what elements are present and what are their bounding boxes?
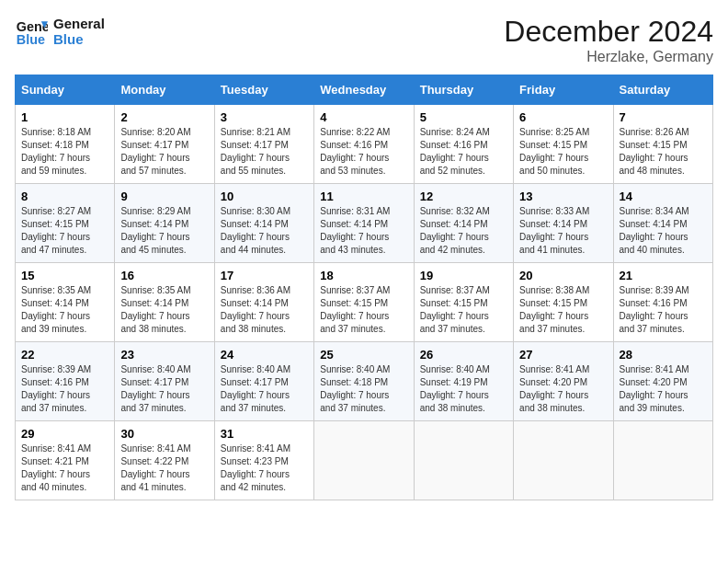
day-number: 29: [21, 427, 108, 441]
day-cell: 16 Sunrise: 8:35 AM Sunset: 4:14 PM Dayl…: [115, 263, 214, 342]
day-number: 6: [519, 110, 607, 124]
day-number: 18: [320, 269, 407, 282]
day-info: Sunrise: 8:21 AM Sunset: 4:17 PM Dayligh…: [221, 126, 308, 178]
day-info: Sunrise: 8:20 AM Sunset: 4:17 PM Dayligh…: [120, 126, 208, 178]
week-row-1: 1 Sunrise: 8:18 AM Sunset: 4:18 PM Dayli…: [16, 105, 713, 184]
col-header-friday: Friday: [514, 75, 613, 105]
day-cell: 25 Sunrise: 8:40 AM Sunset: 4:18 PM Dayl…: [314, 342, 414, 421]
day-info: Sunrise: 8:41 AM Sunset: 4:23 PM Dayligh…: [221, 442, 308, 494]
day-number: 26: [420, 348, 507, 362]
day-number: 20: [519, 269, 607, 282]
day-info: Sunrise: 8:26 AM Sunset: 4:15 PM Dayligh…: [620, 126, 707, 178]
day-info: Sunrise: 8:24 AM Sunset: 4:16 PM Dayligh…: [420, 126, 507, 178]
day-info: Sunrise: 8:39 AM Sunset: 4:16 PM Dayligh…: [620, 284, 707, 336]
day-cell: 15 Sunrise: 8:35 AM Sunset: 4:14 PM Dayl…: [16, 263, 115, 342]
day-number: 9: [120, 190, 208, 203]
col-header-saturday: Saturday: [613, 75, 712, 105]
day-cell: 23 Sunrise: 8:40 AM Sunset: 4:17 PM Dayl…: [115, 342, 214, 421]
day-number: 8: [21, 190, 108, 203]
day-cell: 27 Sunrise: 8:41 AM Sunset: 4:20 PM Dayl…: [514, 342, 613, 421]
day-cell: [613, 421, 712, 500]
day-cell: 7 Sunrise: 8:26 AM Sunset: 4:15 PM Dayli…: [613, 105, 712, 184]
day-number: 28: [620, 348, 707, 362]
day-number: 24: [221, 348, 308, 362]
day-number: 19: [420, 269, 507, 282]
day-info: Sunrise: 8:37 AM Sunset: 4:15 PM Dayligh…: [420, 284, 507, 336]
day-number: 17: [221, 269, 308, 282]
day-info: Sunrise: 8:18 AM Sunset: 4:18 PM Dayligh…: [21, 126, 108, 178]
col-header-tuesday: Tuesday: [214, 75, 313, 105]
day-cell: 6 Sunrise: 8:25 AM Sunset: 4:15 PM Dayli…: [514, 105, 613, 184]
day-number: 31: [221, 427, 308, 441]
day-info: Sunrise: 8:41 AM Sunset: 4:20 PM Dayligh…: [620, 363, 707, 415]
week-row-3: 15 Sunrise: 8:35 AM Sunset: 4:14 PM Dayl…: [16, 263, 713, 342]
day-number: 30: [120, 427, 208, 441]
day-info: Sunrise: 8:34 AM Sunset: 4:14 PM Dayligh…: [620, 205, 707, 257]
week-row-4: 22 Sunrise: 8:39 AM Sunset: 4:16 PM Dayl…: [16, 342, 713, 421]
day-info: Sunrise: 8:30 AM Sunset: 4:14 PM Dayligh…: [221, 205, 308, 257]
day-info: Sunrise: 8:41 AM Sunset: 4:21 PM Dayligh…: [21, 442, 108, 494]
day-info: Sunrise: 8:41 AM Sunset: 4:20 PM Dayligh…: [519, 363, 607, 415]
day-cell: 9 Sunrise: 8:29 AM Sunset: 4:14 PM Dayli…: [115, 184, 214, 263]
day-number: 2: [120, 110, 208, 124]
day-cell: 20 Sunrise: 8:38 AM Sunset: 4:15 PM Dayl…: [514, 263, 613, 342]
month-title: December 2024: [504, 15, 713, 49]
day-number: 13: [519, 190, 607, 203]
day-cell: 3 Sunrise: 8:21 AM Sunset: 4:17 PM Dayli…: [214, 105, 313, 184]
day-info: Sunrise: 8:25 AM Sunset: 4:15 PM Dayligh…: [519, 126, 607, 178]
day-cell: [314, 421, 414, 500]
day-cell: 30 Sunrise: 8:41 AM Sunset: 4:22 PM Dayl…: [115, 421, 214, 500]
location-title: Herzlake, Germany: [504, 49, 713, 65]
day-number: 1: [21, 110, 108, 124]
day-number: 23: [120, 348, 208, 362]
day-cell: 1 Sunrise: 8:18 AM Sunset: 4:18 PM Dayli…: [16, 105, 115, 184]
day-info: Sunrise: 8:22 AM Sunset: 4:16 PM Dayligh…: [320, 126, 407, 178]
day-cell: 24 Sunrise: 8:40 AM Sunset: 4:17 PM Dayl…: [214, 342, 313, 421]
day-cell: 11 Sunrise: 8:31 AM Sunset: 4:14 PM Dayl…: [314, 184, 414, 263]
day-number: 5: [420, 110, 507, 124]
day-cell: 21 Sunrise: 8:39 AM Sunset: 4:16 PM Dayl…: [613, 263, 712, 342]
day-number: 12: [420, 190, 507, 203]
day-number: 7: [620, 110, 707, 124]
day-cell: 19 Sunrise: 8:37 AM Sunset: 4:15 PM Dayl…: [414, 263, 513, 342]
day-cell: 26 Sunrise: 8:40 AM Sunset: 4:19 PM Dayl…: [414, 342, 513, 421]
day-cell: 17 Sunrise: 8:36 AM Sunset: 4:14 PM Dayl…: [214, 263, 313, 342]
calendar-table: SundayMondayTuesdayWednesdayThursdayFrid…: [15, 75, 713, 500]
day-info: Sunrise: 8:39 AM Sunset: 4:16 PM Dayligh…: [21, 363, 108, 415]
day-number: 14: [620, 190, 707, 203]
day-info: Sunrise: 8:32 AM Sunset: 4:14 PM Dayligh…: [420, 205, 507, 257]
day-number: 10: [221, 190, 308, 203]
day-cell: 2 Sunrise: 8:20 AM Sunset: 4:17 PM Dayli…: [115, 105, 214, 184]
week-row-2: 8 Sunrise: 8:27 AM Sunset: 4:15 PM Dayli…: [16, 184, 713, 263]
day-number: 15: [21, 269, 108, 282]
day-number: 25: [320, 348, 407, 362]
day-cell: 8 Sunrise: 8:27 AM Sunset: 4:15 PM Dayli…: [16, 184, 115, 263]
day-info: Sunrise: 8:35 AM Sunset: 4:14 PM Dayligh…: [21, 284, 108, 336]
day-info: Sunrise: 8:40 AM Sunset: 4:17 PM Dayligh…: [120, 363, 208, 415]
day-info: Sunrise: 8:36 AM Sunset: 4:14 PM Dayligh…: [221, 284, 308, 336]
day-cell: 22 Sunrise: 8:39 AM Sunset: 4:16 PM Dayl…: [16, 342, 115, 421]
col-header-monday: Monday: [115, 75, 214, 105]
day-cell: 4 Sunrise: 8:22 AM Sunset: 4:16 PM Dayli…: [314, 105, 414, 184]
day-cell: 28 Sunrise: 8:41 AM Sunset: 4:20 PM Dayl…: [613, 342, 712, 421]
logo-icon: General Blue: [15, 15, 48, 48]
day-cell: 13 Sunrise: 8:33 AM Sunset: 4:14 PM Dayl…: [514, 184, 613, 263]
day-info: Sunrise: 8:33 AM Sunset: 4:14 PM Dayligh…: [519, 205, 607, 257]
day-info: Sunrise: 8:37 AM Sunset: 4:15 PM Dayligh…: [320, 284, 407, 336]
day-number: 16: [120, 269, 208, 282]
day-cell: 18 Sunrise: 8:37 AM Sunset: 4:15 PM Dayl…: [314, 263, 414, 342]
day-cell: 31 Sunrise: 8:41 AM Sunset: 4:23 PM Dayl…: [214, 421, 313, 500]
day-cell: 29 Sunrise: 8:41 AM Sunset: 4:21 PM Dayl…: [16, 421, 115, 500]
day-cell: 14 Sunrise: 8:34 AM Sunset: 4:14 PM Dayl…: [613, 184, 712, 263]
col-header-wednesday: Wednesday: [314, 75, 414, 105]
svg-text:Blue: Blue: [17, 32, 45, 47]
day-info: Sunrise: 8:31 AM Sunset: 4:14 PM Dayligh…: [320, 205, 407, 257]
logo-general: General: [53, 16, 105, 31]
day-info: Sunrise: 8:27 AM Sunset: 4:15 PM Dayligh…: [21, 205, 108, 257]
col-header-sunday: Sunday: [16, 75, 115, 105]
calendar-header-row: SundayMondayTuesdayWednesdayThursdayFrid…: [16, 75, 713, 105]
day-cell: [514, 421, 613, 500]
day-cell: [414, 421, 513, 500]
day-number: 27: [519, 348, 607, 362]
week-row-5: 29 Sunrise: 8:41 AM Sunset: 4:21 PM Dayl…: [16, 421, 713, 500]
